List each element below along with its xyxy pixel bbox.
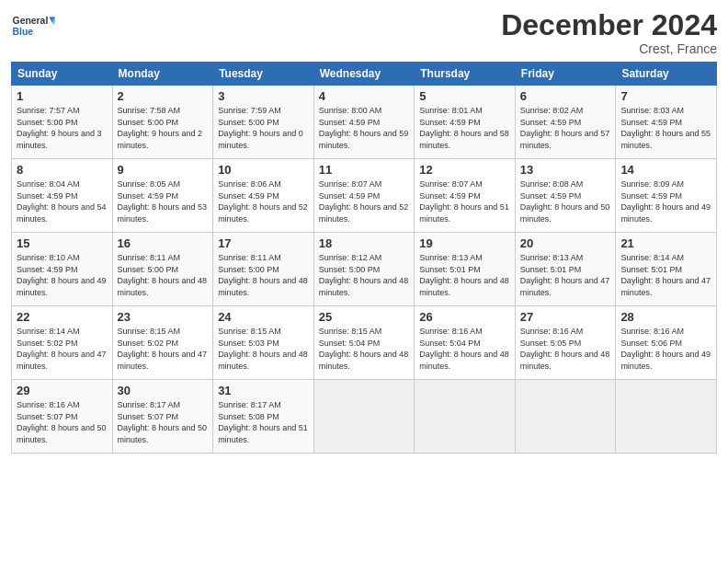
day-cell: 8 Sunrise: 8:04 AMSunset: 4:59 PMDayligh…	[12, 159, 113, 233]
day-cell: 1 Sunrise: 7:57 AMSunset: 5:00 PMDayligh…	[12, 86, 113, 159]
day-cell: 25 Sunrise: 8:15 AMSunset: 5:04 PMDaylig…	[313, 306, 415, 380]
col-thursday: Thursday	[415, 63, 516, 86]
empty-cell	[313, 380, 415, 454]
day-cell: 17 Sunrise: 8:11 AMSunset: 5:00 PMDaylig…	[213, 233, 314, 306]
day-cell: 27 Sunrise: 8:16 AMSunset: 5:05 PMDaylig…	[515, 306, 616, 380]
day-cell: 19 Sunrise: 8:13 AMSunset: 5:01 PMDaylig…	[415, 233, 516, 306]
empty-cell	[515, 380, 616, 454]
day-cell: 12 Sunrise: 8:07 AMSunset: 4:59 PMDaylig…	[415, 159, 516, 233]
day-cell: 4 Sunrise: 8:00 AMSunset: 4:59 PMDayligh…	[313, 86, 415, 159]
table-row: 29 Sunrise: 8:16 AMSunset: 5:07 PMDaylig…	[12, 380, 717, 454]
day-cell: 10 Sunrise: 8:06 AMSunset: 4:59 PMDaylig…	[213, 159, 314, 233]
table-row: 15 Sunrise: 8:10 AMSunset: 4:59 PMDaylig…	[12, 233, 717, 306]
day-cell: 13 Sunrise: 8:08 AMSunset: 4:59 PMDaylig…	[515, 159, 616, 233]
calendar-container: General Blue December 2024 Crest, France…	[0, 0, 728, 461]
day-cell: 30 Sunrise: 8:17 AMSunset: 5:07 PMDaylig…	[112, 380, 213, 454]
col-sunday: Sunday	[12, 63, 113, 86]
day-cell: 3 Sunrise: 7:59 AMSunset: 5:00 PMDayligh…	[213, 86, 314, 159]
empty-cell	[415, 380, 516, 454]
table-row: 8 Sunrise: 8:04 AMSunset: 4:59 PMDayligh…	[12, 159, 717, 233]
header: General Blue December 2024 Crest, France	[11, 9, 717, 56]
day-cell: 21 Sunrise: 8:14 AMSunset: 5:01 PMDaylig…	[616, 233, 717, 306]
day-cell: 18 Sunrise: 8:12 AMSunset: 5:00 PMDaylig…	[313, 233, 415, 306]
day-cell: 20 Sunrise: 8:13 AMSunset: 5:01 PMDaylig…	[515, 233, 616, 306]
svg-marker-3	[51, 18, 55, 26]
day-cell: 9 Sunrise: 8:05 AMSunset: 4:59 PMDayligh…	[112, 159, 213, 233]
day-cell: 29 Sunrise: 8:16 AMSunset: 5:07 PMDaylig…	[12, 380, 113, 454]
day-cell: 28 Sunrise: 8:16 AMSunset: 5:06 PMDaylig…	[616, 306, 717, 380]
svg-text:Blue: Blue	[13, 27, 34, 37]
month-title: December 2024	[501, 9, 717, 41]
day-cell: 16 Sunrise: 8:11 AMSunset: 5:00 PMDaylig…	[112, 233, 213, 306]
title-area: December 2024 Crest, France	[501, 9, 717, 56]
day-cell: 7 Sunrise: 8:03 AMSunset: 4:59 PMDayligh…	[616, 86, 717, 159]
calendar-table: Sunday Monday Tuesday Wednesday Thursday…	[11, 62, 717, 454]
day-cell: 22 Sunrise: 8:14 AMSunset: 5:02 PMDaylig…	[12, 306, 113, 380]
day-cell: 6 Sunrise: 8:02 AMSunset: 4:59 PMDayligh…	[515, 86, 616, 159]
day-cell: 14 Sunrise: 8:09 AMSunset: 4:59 PMDaylig…	[616, 159, 717, 233]
day-cell: 2 Sunrise: 7:58 AMSunset: 5:00 PMDayligh…	[112, 86, 213, 159]
col-wednesday: Wednesday	[313, 63, 415, 86]
table-row: 1 Sunrise: 7:57 AMSunset: 5:00 PMDayligh…	[12, 86, 717, 159]
day-cell: 31 Sunrise: 8:17 AMSunset: 5:08 PMDaylig…	[213, 380, 314, 454]
logo-icon: General Blue	[11, 9, 55, 42]
day-cell: 15 Sunrise: 8:10 AMSunset: 4:59 PMDaylig…	[12, 233, 113, 306]
day-cell: 11 Sunrise: 8:07 AMSunset: 4:59 PMDaylig…	[313, 159, 415, 233]
day-cell: 24 Sunrise: 8:15 AMSunset: 5:03 PMDaylig…	[213, 306, 314, 380]
svg-text:General: General	[13, 16, 49, 26]
col-monday: Monday	[112, 63, 213, 86]
location: Crest, France	[501, 41, 717, 56]
col-friday: Friday	[515, 63, 616, 86]
table-row: 22 Sunrise: 8:14 AMSunset: 5:02 PMDaylig…	[12, 306, 717, 380]
empty-cell	[616, 380, 717, 454]
day-cell: 26 Sunrise: 8:16 AMSunset: 5:04 PMDaylig…	[415, 306, 516, 380]
col-tuesday: Tuesday	[213, 63, 314, 86]
col-saturday: Saturday	[616, 63, 717, 86]
day-cell: 5 Sunrise: 8:01 AMSunset: 4:59 PMDayligh…	[415, 86, 516, 159]
logo: General Blue	[11, 9, 55, 42]
day-cell: 23 Sunrise: 8:15 AMSunset: 5:02 PMDaylig…	[112, 306, 213, 380]
